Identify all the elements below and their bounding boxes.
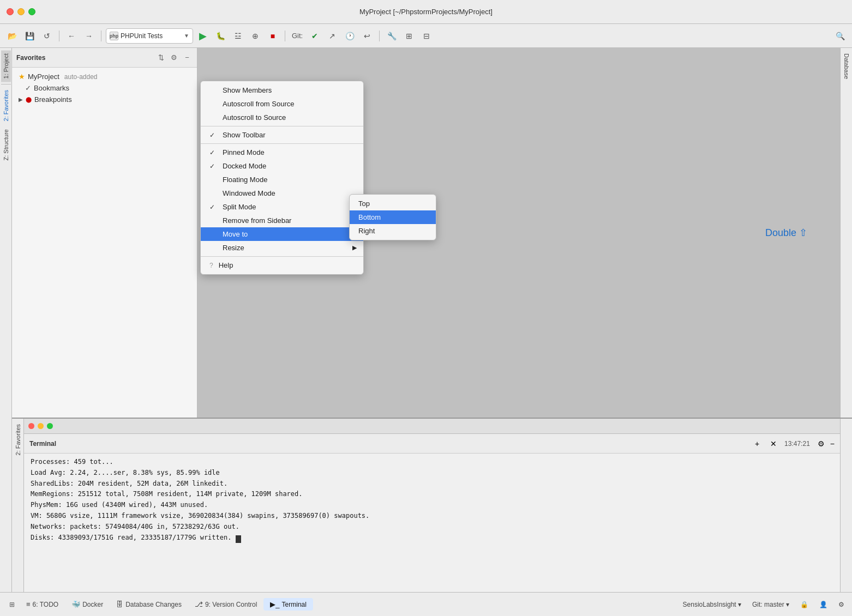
terminal-settings-btn[interactable]: ⚙ [818, 439, 825, 448]
sidebar-item-structure[interactable]: Z: Structure [1, 126, 11, 164]
status-tab-version-control[interactable]: ⎇ 9: Version Control [188, 598, 263, 611]
run-button[interactable]: ▶ [195, 28, 211, 44]
terminal-close[interactable] [28, 423, 34, 429]
debug-button[interactable]: 🐛 [213, 28, 228, 44]
terminal-time: 13:47:21 [784, 440, 810, 448]
statusbar-right: SensioLabsInsight ▾ Git: master ▾ 🔒 👤 ⚙ [680, 600, 848, 609]
vc-icon: ⎇ [195, 600, 203, 608]
user-icon: 👤 [819, 601, 827, 608]
question-icon: ? [209, 262, 213, 269]
terminal-add-tab[interactable]: + [752, 438, 763, 449]
terminal-kill-tab[interactable]: ✕ [767, 438, 780, 449]
submenu-item-right[interactable]: Right [350, 224, 436, 238]
menu-label-remove: Remove from Sidebar [223, 216, 291, 225]
terminal-line-2: Load Avg: 2.24, 2....ser, 8.38% sys, 85.… [31, 468, 833, 479]
profile-button[interactable]: ⊕ [248, 28, 263, 44]
menu-item-show-toolbar[interactable]: ✓ Show Toolbar [201, 128, 363, 142]
menu-item-remove[interactable]: Remove from Sidebar [201, 214, 363, 227]
menu-item-autoscroll-from[interactable]: Autoscroll from Source [201, 97, 363, 111]
submenu-item-bottom[interactable]: Bottom [350, 210, 436, 224]
forward-button[interactable]: → [81, 28, 97, 44]
settings-item[interactable]: ⚙ [835, 600, 848, 609]
git-revert-button[interactable]: ↩ [359, 28, 375, 44]
sidebar-item-project[interactable]: 1: Project [1, 50, 11, 82]
minimize-button[interactable] [17, 8, 25, 15]
terminal-panel-title: Terminal [29, 440, 747, 448]
remote-button[interactable]: ⊟ [419, 28, 434, 44]
run-config-selector[interactable]: php PHPUnit Tests ▼ [106, 28, 193, 44]
breakpoint-dot: ⬤ [26, 96, 32, 102]
maximize-button[interactable] [28, 8, 35, 15]
terminal-line-5: PhysMem: 16G used (4340M wired), 443M un… [31, 500, 833, 511]
terminal-close-btn[interactable]: − [830, 439, 835, 448]
favorites-filter-button[interactable]: ⇅ [155, 52, 166, 63]
right-sidebar: Database [840, 48, 852, 418]
git-check-button[interactable]: ✔ [307, 28, 322, 44]
favorites-item-myproject[interactable]: ★ MyProject auto-added [12, 71, 197, 82]
menu-item-floating[interactable]: Floating Mode [201, 173, 363, 186]
stop-button[interactable]: ■ [265, 28, 280, 44]
traffic-lights [7, 8, 35, 15]
sensio-item[interactable]: SensioLabsInsight ▾ [680, 600, 745, 609]
lock-item[interactable]: 🔒 [797, 600, 812, 609]
status-tab-todo[interactable]: ≡ 6: TODO [20, 598, 65, 611]
back-button[interactable]: ← [64, 28, 79, 44]
move-to-submenu: Top Bottom Right [349, 194, 436, 240]
bottom-left-tabs: 2: Favorites [12, 419, 24, 592]
resize-submenu-arrow: ▶ [352, 244, 357, 251]
right-sidebar-bottom [840, 419, 852, 592]
docker-label: Docker [82, 601, 103, 608]
bookmarks-label: Bookmarks [34, 84, 69, 92]
statusbar-left-icon[interactable]: ⊞ [4, 597, 20, 612]
layout-button[interactable]: ⊞ [401, 28, 417, 44]
double-label: Double ⇧ [765, 227, 807, 239]
submenu-label-top: Top [358, 200, 370, 208]
check-split: ✓ [209, 203, 218, 211]
menu-item-help[interactable]: ? Help [201, 258, 363, 272]
menu-item-resize[interactable]: Resize ▶ [201, 241, 363, 255]
git-history-button[interactable]: 🕐 [342, 28, 357, 44]
open-folder-button[interactable]: 📂 [4, 28, 20, 44]
menu-item-docked[interactable]: ✓ Docked Mode [201, 159, 363, 173]
terminal-line-8: Disks: 43389093/1751G read, 23335187/177… [31, 533, 833, 543]
submenu-item-top[interactable]: Top [350, 197, 436, 210]
favorites-item-breakpoints[interactable]: ▶ ⬤ Breakpoints [12, 94, 197, 105]
settings-button[interactable]: 🔧 [384, 28, 399, 44]
sensio-label: SensioLabsInsight ▾ [683, 601, 741, 608]
terminal-minimize[interactable] [38, 423, 44, 429]
bottom-tab-favorites[interactable]: 2: Favorites [13, 421, 23, 458]
terminal-maximize[interactable] [47, 423, 53, 429]
coverage-button[interactable]: ☳ [230, 28, 245, 44]
favorites-item-bookmarks[interactable]: ✓ Bookmarks [12, 82, 197, 94]
menu-item-autoscroll-to[interactable]: Autoscroll to Source [201, 111, 363, 124]
git-branch-button[interactable]: ↗ [325, 28, 340, 44]
save-button[interactable]: 💾 [22, 28, 37, 44]
favorites-tree: ★ MyProject auto-added ✓ Bookmarks ▶ ⬤ B… [12, 68, 197, 108]
terminal-panel-header: Terminal + ✕ 13:47:21 ⚙ − [24, 434, 840, 454]
user-item[interactable]: 👤 [816, 600, 831, 609]
status-tab-terminal[interactable]: ▶_ Terminal [263, 598, 313, 611]
right-tab-database[interactable]: Database [842, 50, 851, 82]
menu-item-windowed[interactable]: Windowed Mode [201, 186, 363, 200]
refresh-button[interactable]: ↺ [39, 28, 55, 44]
menu-sep-3 [201, 256, 363, 257]
menu-label-show-toolbar: Show Toolbar [223, 131, 266, 139]
check-pinned: ✓ [209, 149, 218, 156]
git-master-item[interactable]: Git: master ▾ [749, 600, 793, 609]
check-icon: ✓ [25, 84, 31, 92]
check-docked: ✓ [209, 162, 218, 170]
docker-icon: 🐳 [71, 600, 80, 608]
sidebar-item-favorites[interactable]: 2: Favorites [1, 87, 11, 124]
menu-item-split[interactable]: ✓ Split Mode [201, 200, 363, 214]
status-tab-db-changes[interactable]: 🗄 Database Changes [110, 598, 188, 611]
status-tab-docker[interactable]: 🐳 Docker [65, 598, 110, 611]
menu-item-show-members[interactable]: Show Members [201, 83, 363, 97]
favorites-settings-button[interactable]: ⚙ [169, 52, 179, 63]
menu-item-pinned[interactable]: ✓ Pinned Mode [201, 146, 363, 159]
search-button[interactable]: 🔍 [832, 28, 848, 44]
menu-item-move-to[interactable]: Move to ▶ [201, 227, 363, 241]
db-changes-label: Database Changes [125, 601, 182, 608]
titlebar: MyProject [~/PhpstormProjects/MyProject] [0, 0, 852, 24]
close-button[interactable] [7, 8, 14, 15]
favorites-minimize-button[interactable]: − [182, 52, 193, 63]
